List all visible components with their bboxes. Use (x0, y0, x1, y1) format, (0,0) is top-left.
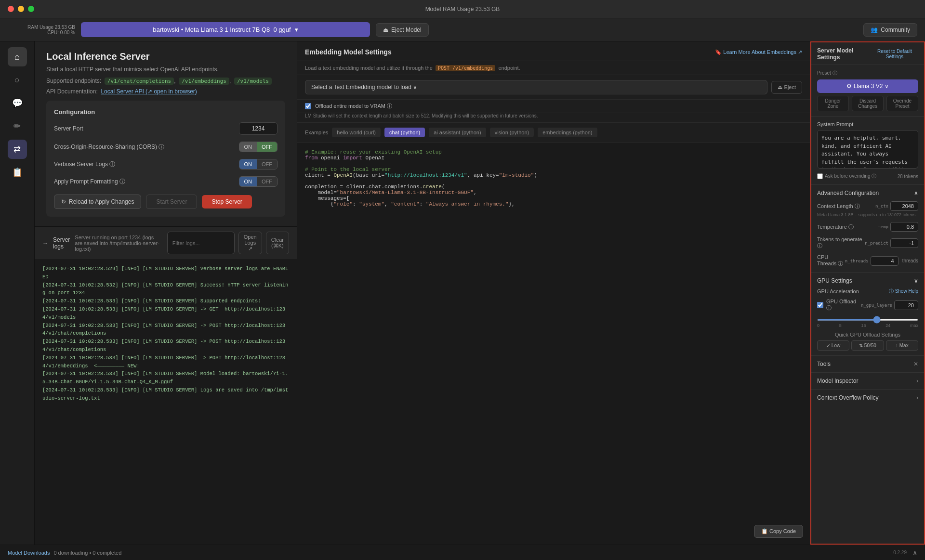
model-downloads-label[interactable]: Model Downloads (8, 550, 50, 556)
fullscreen-button[interactable] (28, 6, 34, 12)
open-logs-button[interactable]: Open Logs ↗ (238, 232, 262, 254)
context-length-input-group: n_ctx (875, 201, 918, 211)
sidebar-item-server[interactable]: ⇄ (8, 140, 27, 159)
gpu-offload-slider[interactable] (817, 319, 918, 321)
offload-checkbox[interactable] (305, 103, 311, 109)
sidebar-item-search[interactable]: ○ (8, 70, 27, 90)
n-gpu-layers-key: n_gpu_layers (861, 303, 892, 308)
sidebar-item-chat[interactable]: 💬 (8, 93, 27, 113)
temperature-key: temp (878, 224, 888, 229)
show-help-button[interactable]: ⓘ Show Help (889, 288, 918, 295)
danger-zone-button[interactable]: Danger Zone (817, 96, 849, 111)
gpu-section-header[interactable]: GPU Settings ∨ (817, 277, 918, 284)
ram-info: RAM Usage 23.53 GB CPU: 0.00 % (8, 25, 75, 35)
clear-logs-button[interactable]: Clear (⌘K) (266, 232, 289, 254)
copy-code-button[interactable]: 📋 Copy Code (754, 525, 803, 538)
learn-more-button[interactable]: 🔖 Learn More About Embeddings ↗ (715, 49, 802, 55)
quick-offload-50-50[interactable]: ⇅ 50/50 (851, 340, 884, 351)
community-button[interactable]: 👥 Community (863, 23, 917, 37)
endpoint-chat: /v1/chat/completions (105, 78, 174, 85)
cors-toggle[interactable]: ON OFF (239, 142, 278, 152)
reset-defaults-button[interactable]: Reset to Default Settings (871, 49, 918, 59)
tokens-generate-key: n_predict (865, 241, 888, 246)
close-button[interactable] (8, 6, 14, 12)
gpu-settings-section: GPU Settings ∨ GPU Acceleration ⓘ Show H… (811, 273, 924, 356)
prompt-on[interactable]: ON (239, 177, 257, 186)
right-panel-header: Server Model Settings Reset to Default S… (811, 42, 924, 65)
verbose-off[interactable]: OFF (257, 159, 277, 169)
endpoint-models: /v1/models (234, 78, 272, 85)
content-area: Local Inference Server Start a local HTT… (35, 41, 925, 545)
sidebar-item-home[interactable]: ⌂ (8, 47, 27, 66)
prompt-off[interactable]: OFF (257, 177, 277, 186)
system-prompt-textarea[interactable]: You are a helpful, smart, kind, and effi… (817, 130, 918, 169)
cpu-threads-input[interactable] (871, 256, 899, 266)
config-title: Configuration (54, 108, 278, 116)
server-port-label: Server Port (54, 125, 83, 132)
embed-eject-button[interactable]: ⏏ Eject (771, 81, 802, 94)
version-label: 0.2.29 (893, 550, 907, 555)
minimize-button[interactable] (18, 6, 24, 12)
example-hello-world[interactable]: hello world (curl) (332, 128, 381, 137)
example-embeddings[interactable]: embeddings (python) (538, 128, 597, 137)
preset-select-button[interactable]: ⚙ Llama 3 V2 ∨ (817, 79, 918, 93)
sidebar-item-files[interactable]: 📋 (8, 163, 27, 182)
gpu-offload-label: GPU Offload ⓘ (817, 299, 861, 312)
embed-header: Embedding Model Settings 🔖 Learn More Ab… (297, 41, 810, 61)
verbose-on[interactable]: ON (239, 159, 257, 169)
cors-on[interactable]: ON (239, 142, 257, 152)
action-row: ↻ Reload to Apply Changes Start Server S… (54, 195, 278, 209)
cors-off[interactable]: OFF (257, 142, 277, 152)
cpu-threads-key: n_threads (845, 259, 869, 263)
gpu-slider-container: 0 8 16 24 max (817, 315, 918, 328)
temperature-input-group: temp (878, 222, 918, 232)
model-selector[interactable]: bartowski • Meta Llama 3 1 Instruct 7B Q… (81, 22, 370, 37)
sidebar-item-edit[interactable]: ✏ (8, 117, 27, 136)
gpu-layers-input[interactable] (894, 300, 918, 310)
log-line: [2024-07-31 10:02:28.533] [INFO] [LM STU… (42, 386, 289, 403)
context-length-key: n_ctx (875, 204, 888, 208)
verbose-toggle[interactable]: ON OFF (239, 159, 278, 169)
discard-changes-button[interactable]: Discard Changes (852, 96, 884, 111)
logs-filter-input[interactable] (167, 232, 235, 254)
config-section: Configuration Server Port Cross-Origin-R… (46, 101, 285, 217)
api-doc-link[interactable]: Local Server API (↗ open in browser) (101, 88, 197, 95)
start-server-button[interactable]: Start Server (146, 195, 197, 209)
embed-model-select[interactable]: Select a Text Embedding model to load ∨ (305, 80, 767, 94)
gpu-slider-labels: 0 8 16 24 max (817, 323, 918, 328)
example-ai-assistant[interactable]: ai assistant (python) (429, 128, 486, 137)
tokens-generate-input[interactable] (890, 238, 918, 248)
stop-server-button[interactable]: Stop Server (202, 195, 251, 208)
example-vision[interactable]: vision (python) (490, 128, 534, 137)
quick-offload-low[interactable]: ↙ Low (817, 340, 849, 351)
example-chat-python[interactable]: chat (python) (384, 128, 425, 137)
api-doc-line: API Documentation: Local Server API (↗ o… (46, 88, 285, 95)
chevron-up-icon: ∧ (914, 190, 918, 196)
ask-override-checkbox[interactable] (817, 173, 823, 179)
server-port-input[interactable] (239, 122, 278, 135)
cpu-threads-input-group: n_threads threads (845, 256, 918, 266)
verbose-row: Verbose Server Logs ⓘ ON OFF (54, 159, 278, 169)
logs-content: [2024-07-31 10:02:28.529] [INFO] [LM STU… (35, 259, 297, 545)
model-inspector-row[interactable]: Model Inspector › (811, 373, 924, 390)
reload-button[interactable]: ↻ Reload to Apply Changes (54, 195, 141, 209)
override-preset-button[interactable]: Override Preset (886, 96, 918, 111)
model-name: bartowski • Meta Llama 3 1 Instruct 7B Q… (153, 26, 291, 33)
quick-offload-max[interactable]: ↑ Max (886, 340, 918, 351)
threads-suffix: threads (902, 258, 918, 263)
context-length-input[interactable] (890, 201, 918, 211)
tools-header[interactable]: Tools ✕ (817, 361, 918, 367)
advanced-config-section: Advanced Configuration ∧ Context Length … (811, 185, 924, 273)
examples-label: Examples (305, 130, 328, 135)
advanced-config-header[interactable]: Advanced Configuration ∧ (817, 190, 918, 196)
prompt-formatting-row: Apply Prompt Formatting ⓘ ON OFF (54, 176, 278, 187)
cpu-threads-row: CPU Threads ⓘ n_threads threads (817, 254, 918, 267)
tokens-generate-label: Tokens to generate ⓘ (817, 236, 865, 249)
temperature-input[interactable] (890, 222, 918, 232)
eject-model-button[interactable]: ⏏ Eject Model (376, 23, 429, 37)
prompt-toggle[interactable]: ON OFF (239, 176, 278, 187)
expand-button[interactable]: ∧ (912, 549, 917, 557)
embed-subtitle: Load a text embedding model and utilize … (297, 61, 810, 75)
context-overflow-row[interactable]: Context Overflow Policy › (811, 390, 924, 406)
gpu-offload-checkbox[interactable] (817, 302, 823, 308)
